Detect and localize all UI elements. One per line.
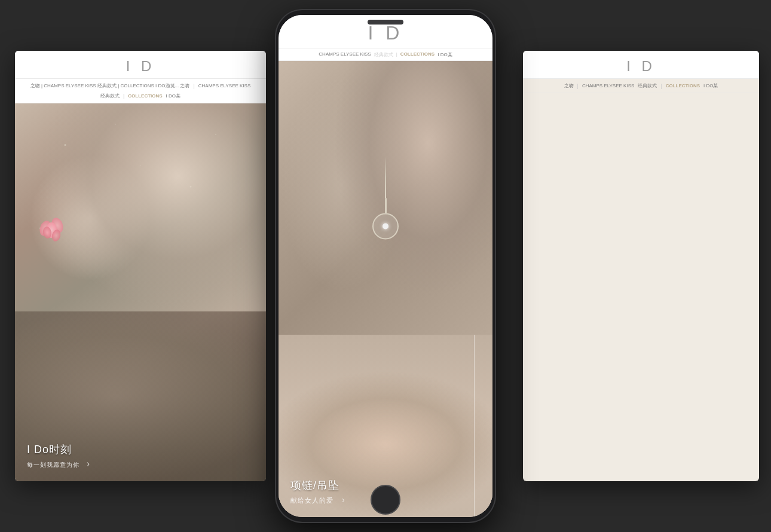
right-hero: 岁月匆匆，总有些爱，值得成为 生命中永恒的记忆。 真爱，永恒。 I Do 与你见… [523, 93, 759, 481]
phone-product-text: 项链/吊坠 献给女人的爱 › [290, 478, 345, 505]
nav-item-jingdian[interactable]: 经典款式 [100, 93, 120, 99]
phone-logo: I D [279, 22, 492, 44]
phone-nav-ido[interactable]: I DO某 [437, 51, 452, 58]
particles [15, 103, 266, 311]
right-logo: I D [523, 58, 759, 75]
left-hero-top [15, 103, 266, 311]
phone-home-button[interactable] [371, 485, 400, 515]
scene: I D 之吻 | CHAMPS ELYSEE KISS 经典款式 | COLLE… [0, 0, 771, 532]
pendant-diamond [383, 223, 388, 229]
left-subtitle: 每一刻我愿意为你 › [27, 458, 90, 469]
nav-item-collections-left[interactable]: COLLECTIONS [128, 93, 162, 99]
necklace-pendant [372, 198, 399, 239]
right-nav-collections[interactable]: COLLECTIONS [666, 83, 700, 88]
phone-arrow-icon[interactable]: › [342, 495, 345, 505]
right-nav-zhiwen[interactable]: 之吻 [564, 82, 574, 89]
pendant-bar [385, 198, 387, 213]
right-nav-sep1: | [577, 83, 579, 89]
right-nav-sep2: | [660, 83, 662, 89]
phone-nav-sep1: 经典款式 [374, 51, 393, 58]
phone-nav-champs[interactable]: CHAMPS ELYSEE KISS [319, 51, 371, 57]
left-logo: I D [15, 58, 266, 75]
nav-item-champs[interactable]: CHAMPS ELYSEE KISS [198, 83, 250, 88]
left-header: I D [15, 51, 266, 79]
arrow-right-icon[interactable]: › [87, 458, 90, 469]
phone-speaker [368, 20, 403, 25]
phone-frame: I D CHAMPS ELYSEE KISS 经典款式 | COLLECTION… [275, 9, 496, 523]
flower-decoration [40, 218, 82, 259]
necklace-chain-top [385, 156, 386, 198]
right-header: I D [523, 51, 759, 79]
phone-nav-collections[interactable]: COLLECTIONS [400, 51, 435, 57]
nav-sep-2: | [123, 93, 124, 99]
left-hero: I Do时刻 每一刻我愿意为你 › [15, 103, 266, 481]
left-title: I Do时刻 [27, 442, 90, 457]
right-nav[interactable]: 之吻 | CHAMPS ELYSEE KISS 经典款式 | COLLECTIO… [523, 79, 759, 93]
left-bottom-text: I Do时刻 每一刻我愿意为你 › [27, 442, 90, 469]
nav-sep-1: | [193, 83, 194, 89]
divider-line [474, 335, 475, 517]
left-nav[interactable]: 之吻 | CHAMPS ELYSEE KISS 经典款式 | COLLECTIO… [15, 79, 266, 103]
left-hero-bottom: I Do时刻 每一刻我愿意为你 › [15, 311, 266, 481]
phone-product-title: 项链/吊坠 [290, 478, 345, 493]
necklace-graphic [372, 156, 399, 239]
phone-product-subtitle: 献给女人的爱 › [290, 495, 345, 505]
nav-item-ido[interactable]: I DO某 [166, 93, 180, 99]
phone-necklace-area [279, 61, 492, 335]
nav-item-zhiwen[interactable]: 之吻 | CHAMPS ELYSEE KISS 经典款式 | COLLECTIO… [30, 82, 190, 89]
right-nav-jingdian[interactable]: 经典款式 [638, 82, 657, 89]
center-phone-container: I D CHAMPS ELYSEE KISS 经典款式 | COLLECTION… [275, 9, 496, 523]
right-nav-champs[interactable]: CHAMPS ELYSEE KISS [582, 83, 634, 88]
right-nav-ido[interactable]: I DO某 [703, 82, 718, 89]
pendant-ring [372, 213, 399, 239]
left-screen: I D 之吻 | CHAMPS ELYSEE KISS 经典款式 | COLLE… [15, 51, 266, 481]
phone-nav-sep2: | [396, 51, 397, 57]
phone-screen: I D CHAMPS ELYSEE KISS 经典款式 | COLLECTION… [279, 15, 492, 517]
right-screen: I D 之吻 | CHAMPS ELYSEE KISS 经典款式 | COLLE… [523, 51, 759, 481]
phone-nav[interactable]: CHAMPS ELYSEE KISS 经典款式 | COLLECTIONS I … [279, 48, 492, 61]
